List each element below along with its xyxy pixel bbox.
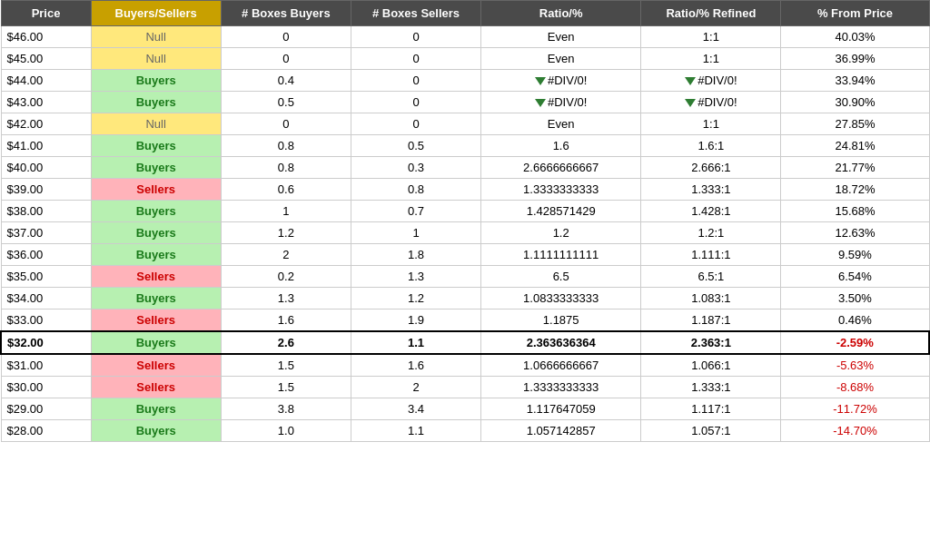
ratio-cell: 6.5 bbox=[481, 266, 641, 288]
from-price-cell: 9.59% bbox=[781, 244, 929, 266]
ratio-cell: 1.0833333333 bbox=[481, 288, 641, 309]
ratio-refined-cell: 1.187:1 bbox=[641, 309, 781, 332]
boxes-buyers-cell: 0 bbox=[221, 26, 351, 48]
boxes-sellers-cell: 0 bbox=[351, 92, 480, 113]
table-row: $28.00Buyers1.01.11.0571428571.057:1-14.… bbox=[1, 420, 929, 442]
table-row: $30.00Sellers1.521.33333333331.333:1-8.6… bbox=[1, 377, 929, 398]
from-price-cell: -2.59% bbox=[781, 331, 929, 354]
boxes-sellers-cell: 1.1 bbox=[351, 331, 480, 354]
ratio-refined-cell: 1.6:1 bbox=[641, 135, 781, 157]
price-cell: $46.00 bbox=[1, 26, 91, 48]
ratio-cell: 2.363636364 bbox=[481, 331, 641, 354]
ratio-cell: #DIV/0! bbox=[481, 70, 641, 92]
buyers-sellers-cell: Buyers bbox=[91, 201, 221, 222]
boxes-sellers-cell: 3.4 bbox=[351, 398, 480, 420]
ratio-refined-cell: 1:1 bbox=[641, 48, 781, 70]
price-cell: $28.00 bbox=[1, 420, 91, 442]
from-price-cell: -14.70% bbox=[781, 420, 929, 442]
buyers-sellers-cell: Sellers bbox=[91, 377, 221, 398]
price-cell: $30.00 bbox=[1, 377, 91, 398]
from-price-cell: 18.72% bbox=[781, 179, 929, 201]
price-cell: $36.00 bbox=[1, 244, 91, 266]
arrow-down-icon bbox=[685, 99, 696, 107]
column-header-buyers-sellers: Buyers/Sellers bbox=[91, 1, 221, 26]
price-cell: $41.00 bbox=[1, 135, 91, 157]
boxes-sellers-cell: 1 bbox=[351, 222, 480, 244]
ratio-cell: 1.117647059 bbox=[481, 398, 641, 420]
price-cell: $31.00 bbox=[1, 354, 91, 377]
ratio-refined-cell: 1.083:1 bbox=[641, 288, 781, 309]
boxes-buyers-cell: 0.6 bbox=[221, 179, 351, 201]
ratio-cell: 1.0666666667 bbox=[481, 354, 641, 377]
boxes-sellers-cell: 2 bbox=[351, 377, 480, 398]
arrow-down-icon bbox=[535, 77, 546, 85]
boxes-buyers-cell: 1.5 bbox=[221, 354, 351, 377]
column-header-price: Price bbox=[1, 1, 91, 26]
buyers-sellers-cell: Buyers bbox=[91, 135, 221, 157]
ratio-cell: 1.1875 bbox=[481, 309, 641, 332]
price-cell: $44.00 bbox=[1, 70, 91, 92]
from-price-cell: 12.63% bbox=[781, 222, 929, 244]
boxes-buyers-cell: 3.8 bbox=[221, 398, 351, 420]
from-price-cell: -11.72% bbox=[781, 398, 929, 420]
boxes-buyers-cell: 0 bbox=[221, 48, 351, 70]
price-cell: $32.00 bbox=[1, 331, 91, 354]
table-row: $36.00Buyers21.81.11111111111.111:19.59% bbox=[1, 244, 929, 266]
table-row: $45.00Null00Even1:136.99% bbox=[1, 48, 929, 70]
price-cell: $45.00 bbox=[1, 48, 91, 70]
table-row: $37.00Buyers1.211.21.2:112.63% bbox=[1, 222, 929, 244]
from-price-cell: 3.50% bbox=[781, 288, 929, 309]
table-row: $33.00Sellers1.61.91.18751.187:10.46% bbox=[1, 309, 929, 332]
from-price-cell: 6.54% bbox=[781, 266, 929, 288]
boxes-buyers-cell: 1.2 bbox=[221, 222, 351, 244]
from-price-cell: -8.68% bbox=[781, 377, 929, 398]
boxes-sellers-cell: 1.6 bbox=[351, 354, 480, 377]
from-price-cell: 24.81% bbox=[781, 135, 929, 157]
table-row: $31.00Sellers1.51.61.06666666671.066:1-5… bbox=[1, 354, 929, 377]
column-header-ratio---refined: Ratio/% Refined bbox=[641, 1, 781, 26]
ratio-cell: 1.1111111111 bbox=[481, 244, 641, 266]
boxes-sellers-cell: 1.9 bbox=[351, 309, 480, 332]
boxes-sellers-cell: 1.3 bbox=[351, 266, 480, 288]
ratio-cell: 1.3333333333 bbox=[481, 179, 641, 201]
ratio-cell: 1.428571429 bbox=[481, 201, 641, 222]
boxes-buyers-cell: 2 bbox=[221, 244, 351, 266]
arrow-down-icon bbox=[685, 77, 696, 85]
boxes-sellers-cell: 0 bbox=[351, 26, 480, 48]
price-cell: $37.00 bbox=[1, 222, 91, 244]
table-row: $40.00Buyers0.80.32.66666666672.666:121.… bbox=[1, 157, 929, 179]
from-price-cell: 36.99% bbox=[781, 48, 929, 70]
ratio-refined-cell: 1.117:1 bbox=[641, 398, 781, 420]
buyers-sellers-cell: Buyers bbox=[91, 288, 221, 309]
buyers-sellers-cell: Buyers bbox=[91, 244, 221, 266]
ratio-cell: 1.3333333333 bbox=[481, 377, 641, 398]
boxes-sellers-cell: 0.3 bbox=[351, 157, 480, 179]
boxes-sellers-cell: 1.8 bbox=[351, 244, 480, 266]
boxes-buyers-cell: 0.8 bbox=[221, 135, 351, 157]
buyers-sellers-cell: Buyers bbox=[91, 331, 221, 354]
boxes-buyers-cell: 0.4 bbox=[221, 70, 351, 92]
column-header---boxes-sellers: # Boxes Sellers bbox=[351, 1, 480, 26]
ratio-refined-cell: 1.428:1 bbox=[641, 201, 781, 222]
ratio-refined-cell: #DIV/0! bbox=[641, 92, 781, 113]
boxes-sellers-cell: 0 bbox=[351, 70, 480, 92]
price-cell: $38.00 bbox=[1, 201, 91, 222]
buyers-sellers-cell: Buyers bbox=[91, 398, 221, 420]
boxes-buyers-cell: 0 bbox=[221, 113, 351, 135]
ratio-refined-cell: 1.2:1 bbox=[641, 222, 781, 244]
boxes-buyers-cell: 1.6 bbox=[221, 309, 351, 332]
buyers-sellers-cell: Buyers bbox=[91, 222, 221, 244]
ratio-refined-cell: 6.5:1 bbox=[641, 266, 781, 288]
table-row: $42.00Null00Even1:127.85% bbox=[1, 113, 929, 135]
from-price-cell: 21.77% bbox=[781, 157, 929, 179]
boxes-sellers-cell: 0.5 bbox=[351, 135, 480, 157]
boxes-sellers-cell: 1.2 bbox=[351, 288, 480, 309]
from-price-cell: 15.68% bbox=[781, 201, 929, 222]
ratio-refined-cell: 1.066:1 bbox=[641, 354, 781, 377]
ratio-refined-cell: 1.333:1 bbox=[641, 377, 781, 398]
buyers-sellers-cell: Null bbox=[91, 26, 221, 48]
buyers-sellers-cell: Null bbox=[91, 48, 221, 70]
ratio-cell: 2.6666666667 bbox=[481, 157, 641, 179]
arrow-down-icon bbox=[535, 99, 546, 107]
ratio-refined-cell: 1:1 bbox=[641, 113, 781, 135]
